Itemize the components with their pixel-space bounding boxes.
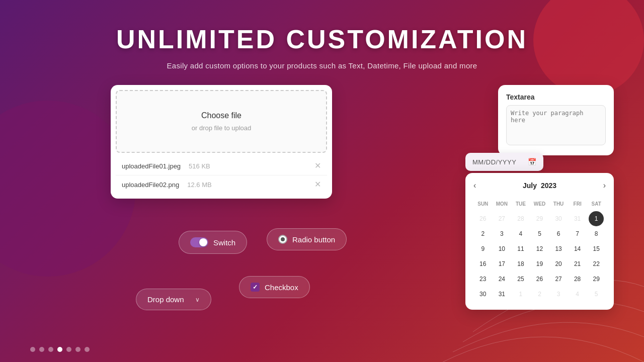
file-dropzone[interactable]: Choose file or drop file to upload	[116, 90, 327, 153]
cal-day[interactable]: 31	[570, 211, 585, 226]
file-name-2: uploadedFile02.png	[122, 181, 179, 189]
cal-day[interactable]: 4	[513, 226, 528, 241]
cal-header-sun: SUN	[475, 196, 491, 211]
file-name-1: uploadedFile01.jpeg	[122, 162, 181, 170]
calendar-year: 2023	[541, 182, 556, 190]
main-container: UNLIMITED CUSTOMIZATION Easily add custo…	[0, 0, 644, 362]
content-area: Choose file or drop file to upload uploa…	[0, 80, 644, 362]
dot-5[interactable]	[66, 347, 71, 352]
calendar-month: July	[523, 182, 537, 190]
calendar-icon: 📅	[528, 158, 536, 166]
cal-day[interactable]: 28	[513, 211, 528, 226]
switch-knob	[199, 238, 207, 246]
calendar-grid: SUN MON TUE WED THU FRI SAT 26 27 28 29 …	[473, 196, 606, 302]
choose-file-label: Choose file	[127, 111, 316, 120]
cal-day[interactable]: 23	[475, 272, 491, 287]
dot-6[interactable]	[75, 347, 80, 352]
cal-day[interactable]: 15	[589, 241, 604, 256]
cal-day[interactable]: 3	[551, 287, 566, 302]
cal-day[interactable]: 25	[513, 272, 528, 287]
calendar-week-1: 26 27 28 29 30 31 1	[473, 211, 606, 226]
dot-3[interactable]	[48, 347, 53, 352]
cal-header-sat: SAT	[589, 196, 604, 211]
date-widget[interactable]: MM/DD/YYYY 📅	[465, 153, 543, 171]
cal-day[interactable]: 30	[475, 287, 491, 302]
switch-toggle[interactable]	[190, 237, 208, 247]
cal-day[interactable]: 12	[532, 241, 547, 256]
cal-day[interactable]: 17	[494, 256, 509, 272]
checkbox-box[interactable]: ✓	[251, 283, 260, 292]
cal-day[interactable]: 14	[570, 241, 585, 256]
cal-day[interactable]: 27	[494, 211, 509, 226]
cal-header-fri: FRI	[570, 196, 585, 211]
calendar-week-5: 23 24 25 26 27 28 29	[473, 272, 606, 287]
cal-day[interactable]: 11	[513, 241, 528, 256]
cal-day[interactable]: 24	[494, 272, 509, 287]
cal-day[interactable]: 6	[551, 226, 566, 241]
radio-label: Radio button	[292, 235, 335, 244]
cal-day[interactable]: 29	[532, 211, 547, 226]
cal-day[interactable]: 20	[551, 256, 566, 272]
calendar-month-year: July 2023	[523, 182, 556, 190]
chevron-down-icon: ∨	[195, 296, 200, 303]
dot-2[interactable]	[39, 347, 44, 352]
dot-7[interactable]	[85, 347, 90, 352]
cal-day[interactable]: 8	[589, 226, 604, 241]
calendar-days-header: SUN MON TUE WED THU FRI SAT	[473, 196, 606, 211]
cal-day[interactable]: 19	[532, 256, 547, 272]
cal-day[interactable]: 4	[570, 287, 585, 302]
file-size-1: 516 KB	[189, 162, 210, 170]
cal-day[interactable]: 31	[494, 287, 509, 302]
cal-day[interactable]: 18	[513, 256, 528, 272]
cal-day[interactable]: 1	[513, 287, 528, 302]
file-item: uploadedFile02.png 12.6 MB ✕	[116, 175, 327, 194]
cal-header-mon: MON	[494, 196, 509, 211]
calendar-prev-button[interactable]: ‹	[473, 181, 476, 190]
cal-day[interactable]: 16	[475, 256, 491, 272]
file-close-2[interactable]: ✕	[314, 180, 321, 189]
textarea-field[interactable]	[506, 105, 606, 145]
cal-day[interactable]: 10	[494, 241, 509, 256]
textarea-label: Textarea	[506, 93, 606, 101]
cal-day[interactable]: 21	[570, 256, 585, 272]
cal-day[interactable]: 5	[532, 226, 547, 241]
calendar-widget: ‹ July 2023 › SUN MON TUE WED THU FRI SA…	[465, 173, 614, 310]
textarea-widget: Textarea	[498, 85, 614, 155]
cal-day[interactable]: 5	[589, 287, 604, 302]
radio-inner	[281, 237, 285, 241]
cal-day[interactable]: 2	[532, 287, 547, 302]
cal-day[interactable]: 26	[475, 211, 491, 226]
cal-header-wed: WED	[532, 196, 547, 211]
cal-day[interactable]: 13	[551, 241, 566, 256]
checkbox-widget[interactable]: ✓ Checkbox	[239, 276, 310, 298]
file-upload-widget: Choose file or drop file to upload uploa…	[111, 85, 332, 199]
radio-circle[interactable]	[278, 235, 287, 244]
cal-day[interactable]: 27	[551, 272, 566, 287]
cal-day-today[interactable]: 1	[589, 211, 604, 226]
file-item: uploadedFile01.jpeg 516 KB ✕	[116, 157, 327, 175]
dot-1[interactable]	[30, 347, 35, 352]
pagination-dots	[30, 347, 90, 352]
dot-4-active[interactable]	[57, 347, 62, 352]
cal-day[interactable]: 2	[475, 226, 491, 241]
cal-day[interactable]: 30	[551, 211, 566, 226]
switch-label: Switch	[213, 238, 235, 247]
cal-day[interactable]: 3	[494, 226, 509, 241]
page-subtitle: Easily add custom options to your produc…	[167, 61, 477, 70]
radio-widget[interactable]: Radio button	[267, 228, 347, 250]
calendar-next-button[interactable]: ›	[603, 181, 606, 190]
cal-day[interactable]: 26	[532, 272, 547, 287]
cal-day[interactable]: 22	[589, 256, 604, 272]
file-close-1[interactable]: ✕	[314, 162, 321, 170]
cal-header-thu: THU	[551, 196, 566, 211]
cal-header-tue: TUE	[513, 196, 528, 211]
cal-day[interactable]: 9	[475, 241, 491, 256]
date-placeholder: MM/DD/YYYY	[472, 158, 516, 166]
page-title: UNLIMITED CUSTOMIZATION	[116, 24, 528, 54]
cal-day[interactable]: 29	[589, 272, 604, 287]
cal-day[interactable]: 7	[570, 226, 585, 241]
cal-day[interactable]: 28	[570, 272, 585, 287]
dropdown-widget[interactable]: Drop down ∨	[136, 289, 211, 310]
switch-widget[interactable]: Switch	[179, 231, 247, 254]
checkbox-label: Checkbox	[265, 283, 298, 292]
